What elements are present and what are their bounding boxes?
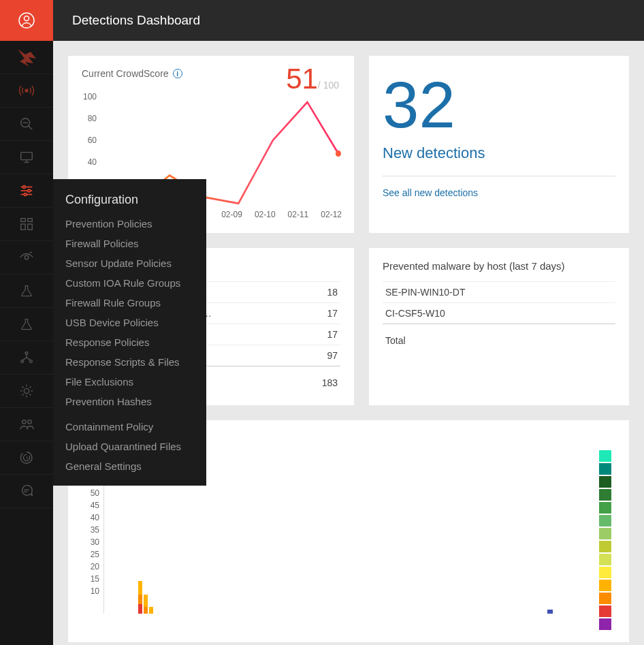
svg-rect-17 [21,224,25,230]
crowdscore-value: 51/ 100 [286,63,339,95]
flyout-firewall-rule-groups[interactable]: Firewall Rule Groups [53,293,206,313]
sidebar-broadcast[interactable] [0,74,53,108]
eye-icon [18,250,35,265]
crowdscore-max: / 100 [318,80,339,91]
flask-icon [20,317,33,332]
flyout-file-exclusions[interactable]: File Exclusions [53,372,206,392]
sidebar-flask-1[interactable] [0,274,53,308]
svg-point-10 [23,186,26,189]
flyout-prevention-policies[interactable]: Prevention Policies [53,214,206,234]
svg-line-32 [22,387,24,388]
flyout-response-policies[interactable]: Response Policies [53,332,206,352]
sidebar-user-badge[interactable] [0,0,53,41]
chat-icon [19,484,34,499]
svg-point-27 [24,388,29,393]
info-icon[interactable]: i [173,69,182,78]
svg-line-33 [30,394,31,396]
swirl-icon [19,450,34,465]
flyout-upload-quarantined-files[interactable]: Upload Quarantined Files [53,437,206,456]
prevented-card: Prevented malware by host (last 7 days) … [369,248,629,405]
flyout-containment-policy[interactable]: Containment Policy [53,417,206,437]
svg-point-2 [25,89,28,92]
svg-point-22 [21,360,24,363]
users-icon [18,417,35,432]
svg-point-36 [22,420,27,424]
svg-line-20 [30,252,33,253]
svg-point-37 [28,420,32,424]
sidebar-dashboard[interactable] [0,208,53,241]
xlabel: 02-11 [288,210,309,222]
sidebar-chat[interactable] [0,475,53,508]
svg-point-19 [25,255,29,259]
sidebar-eye[interactable] [0,241,53,274]
search-icon [19,116,34,131]
graph-icon [19,350,34,365]
xlabel: 02-10 [255,210,276,222]
xlabel: 02-09 [221,210,242,222]
page-header: Detections Dashboard [53,0,644,41]
svg-line-25 [23,358,27,360]
flyout-firewall-policies[interactable]: Firewall Policies [53,234,206,253]
sliders-icon [19,183,34,198]
sidebar-swirl[interactable] [0,441,53,475]
monitor-icon [19,150,34,165]
flyout-title: Configuration [53,189,206,214]
svg-line-34 [30,387,31,388]
table-row: CI-CSF5-W10 [383,303,615,324]
svg-line-4 [29,126,33,130]
svg-rect-16 [28,219,32,222]
sidebar-monitor[interactable] [0,141,53,174]
flyout-prevention-hashes[interactable]: Prevention Hashes [53,392,206,411]
prevented-table: SE-PIN-WIN10-DT CI-CSF5-W10 Total [383,281,615,351]
svg-rect-6 [21,153,33,160]
svg-point-40 [336,151,341,157]
flask-icon [20,283,33,298]
see-all-detections-link[interactable]: See all new detections [383,176,615,198]
svg-rect-18 [28,224,32,230]
sidebar [0,0,53,645]
new-detections-label: New detections [383,144,615,162]
page-title: Detections Dashboard [72,13,200,28]
flyout-usb-device-policies[interactable]: USB Device Policies [53,313,206,332]
flyout-custom-ioa-rule-groups[interactable]: Custom IOA Rule Groups [53,273,206,293]
svg-line-26 [27,358,31,360]
xlabel: 02-12 [321,210,342,222]
sidebar-flask-2[interactable] [0,308,53,341]
table-row: SE-PIN-WIN10-DT [383,282,615,303]
sidebar-search[interactable] [0,108,53,141]
svg-rect-15 [21,219,25,222]
broadcast-icon [18,82,35,99]
svg-point-14 [24,193,27,196]
svg-point-12 [28,189,31,192]
user-icon [18,12,35,29]
sidebar-logo[interactable] [0,41,53,74]
sidebar-configuration[interactable] [0,174,53,208]
svg-point-21 [25,352,28,355]
falcon-icon [16,46,37,68]
sun-icon [19,383,34,398]
configuration-flyout: Configuration Prevention Policies Firewa… [53,179,206,486]
flyout-sensor-update-policies[interactable]: Sensor Update Policies [53,253,206,273]
new-detections-count: 32 [383,72,615,138]
svg-point-1 [25,16,29,21]
svg-point-23 [30,360,33,363]
crowdscore-number: 51 [286,63,318,95]
svg-line-35 [22,394,24,396]
prevented-title: Prevented malware by host (last 7 days) [383,260,615,272]
sidebar-users[interactable] [0,408,53,441]
crowdscore-title: Current CrowdScore [82,68,169,79]
legend [599,450,615,630]
flyout-response-scripts-files[interactable]: Response Scripts & Files [53,352,206,372]
dashboard-icon [19,217,34,232]
sidebar-graph[interactable] [0,341,53,375]
sidebar-sun[interactable] [0,375,53,408]
new-detections-card: 32 New detections See all new detections [369,56,629,233]
table-total-row: Total [383,324,615,351]
flyout-general-settings[interactable]: General Settings [53,456,206,476]
